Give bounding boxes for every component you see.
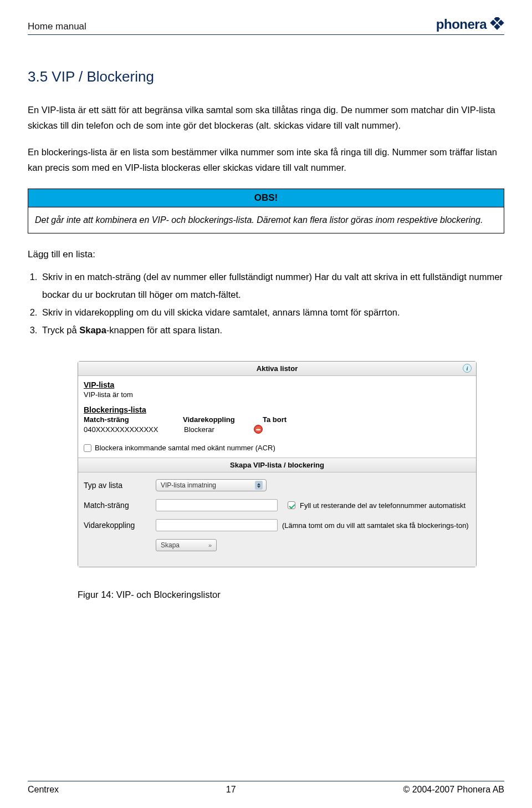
block-list-columns: Match-sträng Vidarekoppling Ta bort	[84, 415, 470, 424]
col-remove: Ta bort	[263, 415, 287, 424]
acr-label: Blockera inkommande samtal med okänt num…	[95, 444, 275, 452]
svg-rect-2	[490, 20, 496, 26]
label-match: Match-sträng	[84, 501, 156, 510]
forward-input[interactable]	[156, 519, 278, 531]
match-input[interactable]	[156, 499, 278, 511]
figure-caption: Figur 14: VIP- och Blockeringslistor	[78, 590, 504, 600]
create-button[interactable]: Skapa »	[156, 539, 217, 551]
panel-title-active-lists: Aktiva listor i	[78, 362, 476, 376]
obs-callout: OBS! Det går inte att kombinera en VIP- …	[28, 189, 504, 233]
remove-icon[interactable]	[254, 425, 263, 434]
block-list-heading: Blockerings-lista	[84, 405, 470, 414]
screenshot-panel: Aktiva listor i VIP-lista VIP-lista är t…	[78, 361, 477, 567]
manual-title: Home manual	[28, 21, 86, 32]
intro-paragraph-1: En VIP-lista är ett sätt för att begräns…	[28, 102, 504, 133]
intro-paragraph-2: En blockerings-lista är en lista som bes…	[28, 144, 504, 175]
fill-checkbox[interactable]	[288, 501, 295, 509]
page-footer: Centrex 17 © 2004-2007 Phonera AB	[28, 781, 504, 795]
panel-title-create: Skapa VIP-lista / blockering	[78, 458, 476, 472]
obs-title: OBS!	[28, 189, 504, 207]
step-3-button-name: Skapa	[79, 325, 106, 335]
step-3: Tryck på Skapa-knappen för att spara lis…	[40, 321, 504, 339]
brand-name: phonera	[436, 17, 487, 32]
footer-copyright: © 2004-2007 Phonera AB	[403, 785, 504, 795]
col-match: Match-sträng	[84, 415, 170, 424]
create-button-label: Skapa	[161, 541, 180, 549]
acr-checkbox[interactable]	[84, 444, 91, 452]
step-3-prefix: Tryck på	[42, 325, 79, 335]
footer-page-number: 17	[226, 785, 236, 795]
row-forward-value: Blockerar	[184, 425, 239, 434]
add-list-title: Lägg till en lista:	[28, 249, 504, 260]
brand-logo: phonera	[436, 17, 504, 32]
step-3-suffix: -knappen för att spara listan.	[106, 325, 222, 335]
chevron-right-icon: »	[208, 542, 212, 548]
step-2: Skriv in vidarekoppling om du vill skick…	[40, 303, 504, 321]
add-list-steps: Skriv in en match-sträng (del av nummer …	[28, 268, 504, 339]
info-icon[interactable]: i	[463, 364, 472, 373]
obs-body: Det går inte att kombinera en VIP- och b…	[28, 207, 504, 233]
vip-list-empty: VIP-lista är tom	[84, 390, 470, 399]
label-forward: Vidarekoppling	[84, 521, 156, 530]
fill-hint: Fyll ut resterande del av telefonnummer …	[300, 501, 466, 510]
step-1: Skriv in en match-sträng (del av nummer …	[40, 268, 504, 303]
list-type-select[interactable]: VIP-lista inmatning	[156, 479, 267, 491]
block-list-row: 040XXXXXXXXXXXXX Blockerar	[84, 425, 470, 434]
svg-rect-0	[494, 17, 500, 22]
select-value: VIP-lista inmatning	[161, 481, 216, 489]
vip-list-heading: VIP-lista	[84, 380, 470, 389]
section-heading: 3.5 VIP / Blockering	[28, 68, 504, 85]
footer-left: Centrex	[28, 785, 59, 795]
row-match-value: 040XXXXXXXXXXXXX	[84, 425, 181, 434]
forward-hint: (Lämna tomt om du vill att samtalet ska …	[282, 521, 469, 530]
svg-rect-1	[498, 20, 504, 26]
svg-rect-3	[494, 24, 500, 30]
panel-title-text: Aktiva listor	[257, 364, 298, 373]
col-forward: Vidarekoppling	[183, 415, 249, 424]
label-list-type: Typ av lista	[84, 481, 156, 490]
page-header: Home manual phonera	[28, 17, 504, 35]
phonera-icon	[490, 17, 504, 32]
select-arrows-icon	[255, 481, 263, 490]
